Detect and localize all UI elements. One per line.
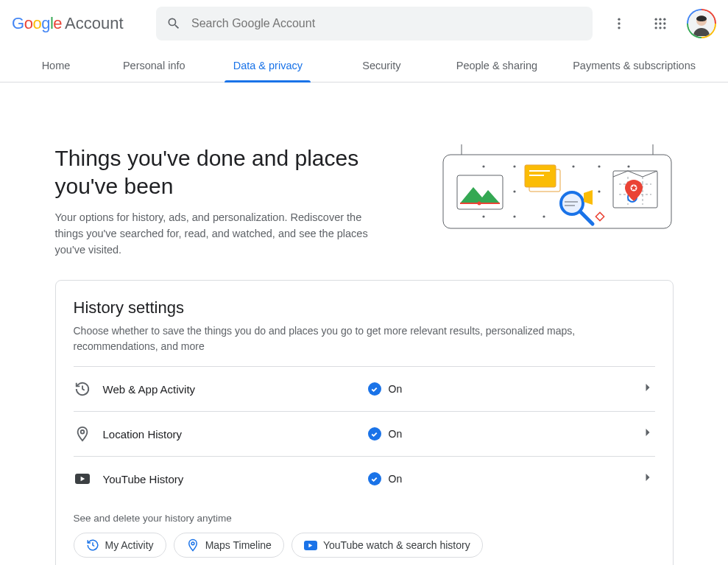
- tab-data-privacy[interactable]: Data & privacy: [214, 60, 322, 82]
- svg-point-7: [659, 22, 661, 24]
- svg-line-38: [581, 212, 593, 224]
- chip-label: My Activity: [105, 539, 154, 551]
- svg-point-3: [655, 18, 657, 21]
- search-box[interactable]: [156, 7, 593, 41]
- chip-label: YouTube watch & search history: [323, 539, 470, 551]
- chevron-right-icon: [640, 425, 655, 443]
- svg-point-5: [663, 18, 665, 21]
- history-settings-card: History settings Choose whether to save …: [55, 280, 674, 565]
- svg-point-6: [655, 22, 657, 24]
- svg-point-17: [482, 165, 484, 167]
- row-location-history[interactable]: Location History On: [74, 411, 655, 456]
- account-avatar[interactable]: [687, 9, 716, 38]
- svg-point-23: [513, 190, 515, 192]
- svg-point-26: [513, 215, 515, 217]
- svg-point-48: [80, 430, 84, 434]
- hero-title: Things you've done and places you've bee…: [55, 144, 411, 200]
- hero-section: Things you've done and places you've bee…: [55, 100, 674, 280]
- history-icon: [74, 380, 91, 398]
- avatar-icon: [689, 11, 714, 36]
- svg-point-2: [618, 27, 620, 29]
- row-youtube-history[interactable]: YouTube History On: [74, 456, 655, 501]
- svg-point-9: [655, 27, 657, 29]
- svg-point-20: [572, 165, 574, 167]
- svg-point-27: [543, 215, 545, 217]
- hero-illustration: [441, 144, 674, 236]
- history-note: See and delete your history anytime: [74, 513, 655, 524]
- chip-label: Maps Timeline: [205, 539, 272, 551]
- tab-security[interactable]: Security: [328, 60, 436, 82]
- card-title: History settings: [74, 298, 655, 317]
- location-pin-icon: [74, 425, 91, 443]
- svg-point-0: [618, 18, 620, 21]
- row-label: YouTube History: [103, 473, 368, 485]
- apps-grid-icon[interactable]: [646, 9, 675, 38]
- brand-logo[interactable]: Google Account: [12, 14, 144, 33]
- header-actions: [604, 9, 716, 38]
- tab-personal-info[interactable]: Personal info: [100, 60, 208, 82]
- check-icon: [368, 427, 381, 441]
- chip-youtube-history[interactable]: YouTube watch & search history: [291, 533, 483, 558]
- svg-point-4: [659, 18, 661, 21]
- chevron-right-icon: [640, 380, 655, 398]
- history-chips: My Activity Maps Timeline YouTube watch …: [74, 533, 655, 558]
- svg-point-1: [618, 22, 620, 24]
- chip-my-activity[interactable]: My Activity: [74, 533, 166, 558]
- row-status: On: [368, 382, 640, 396]
- tab-payments-subscriptions[interactable]: Payments & subscriptions: [558, 60, 710, 82]
- app-header: Google Account: [0, 0, 728, 47]
- youtube-icon: [304, 541, 317, 550]
- chip-maps-timeline[interactable]: Maps Timeline: [174, 533, 284, 558]
- svg-point-22: [627, 165, 629, 167]
- tab-home[interactable]: Home: [18, 60, 94, 82]
- history-icon: [86, 538, 99, 552]
- more-vert-icon[interactable]: [604, 9, 634, 38]
- nav-tabs: Home Personal info Data & privacy Securi…: [0, 47, 728, 83]
- row-status: On: [368, 427, 640, 441]
- svg-point-11: [663, 27, 665, 29]
- svg-point-18: [513, 165, 515, 167]
- row-label: Location History: [103, 428, 368, 441]
- chevron-right-icon: [640, 470, 655, 488]
- tab-people-sharing[interactable]: People & sharing: [442, 60, 552, 82]
- row-status: On: [368, 472, 640, 485]
- product-label: Account: [65, 14, 124, 33]
- svg-point-25: [482, 215, 484, 217]
- google-wordmark: Google: [12, 14, 62, 33]
- location-pin-icon: [186, 538, 199, 552]
- hero-subtitle: Your options for history, ads, and perso…: [55, 210, 379, 258]
- svg-point-49: [191, 542, 194, 545]
- svg-point-10: [659, 27, 661, 29]
- youtube-icon: [74, 470, 91, 488]
- card-subtitle: Choose whether to save the things you do…: [74, 323, 655, 354]
- search-icon: [166, 16, 181, 31]
- row-web-app-activity[interactable]: Web & App Activity On: [74, 366, 655, 411]
- svg-point-21: [598, 165, 600, 167]
- search-input[interactable]: [191, 17, 582, 30]
- main-content: Things you've done and places you've bee…: [55, 83, 674, 565]
- row-label: Web & App Activity: [103, 383, 368, 396]
- svg-point-24: [598, 190, 600, 192]
- check-icon: [368, 472, 381, 485]
- check-icon: [368, 382, 381, 396]
- svg-point-30: [477, 202, 481, 206]
- svg-point-8: [663, 22, 665, 24]
- svg-rect-47: [596, 212, 604, 220]
